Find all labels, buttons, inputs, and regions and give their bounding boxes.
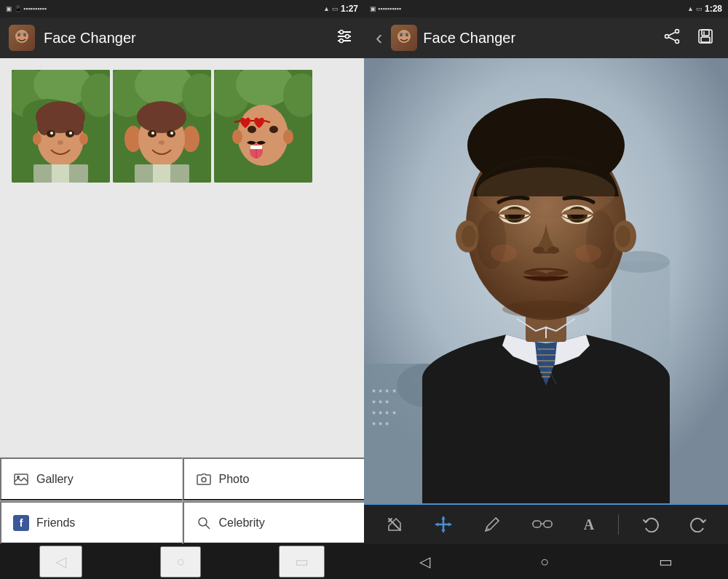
svg-point-9 (346, 34, 349, 38)
notification-icons: ▪▪▪▪▪▪▪▪▪▪ (23, 5, 47, 12)
left-panel: ▣ 📱 ▪▪▪▪▪▪▪▪▪▪ ▲ ▭ 1:27 Face Cha (0, 0, 364, 579)
svg-line-117 (496, 518, 499, 521)
sticker-icon (386, 516, 403, 533)
face-changer-logo-right (394, 28, 414, 48)
save-icon (697, 28, 713, 44)
glasses-tool[interactable] (525, 514, 560, 535)
svg-text:★ ★ ★: ★ ★ ★ (371, 399, 389, 405)
status-bar-left: ▣ 📱 ▪▪▪▪▪▪▪▪▪▪ ▲ ▭ 1:27 (0, 0, 364, 17)
notification-icons-right: ▪▪▪▪▪▪▪▪▪▪ (378, 5, 401, 12)
photo-button[interactable]: Photo (183, 458, 365, 500)
celebrity-label: Celebrity (219, 516, 265, 530)
main-photo-area: ★ ★ ★ ★ ★ ★ ★ ★ ★ ★ ★ ★ ★ ★ (364, 58, 728, 503)
svg-point-41 (159, 140, 165, 145)
gallery-label: Gallery (36, 473, 74, 486)
status-right-right: ▲ ▭ 1:28 (687, 4, 722, 14)
editor-toolbar: A (364, 503, 728, 544)
undo-icon (643, 516, 659, 532)
app-icon-right (391, 25, 417, 51)
wifi-icon-right: ▲ (687, 5, 694, 12)
photo-grid (0, 58, 364, 457)
svg-line-73 (668, 37, 676, 41)
battery-icon-right: ▭ (696, 5, 703, 12)
glasses-icon (532, 518, 553, 531)
back-button[interactable]: ‹ (373, 23, 385, 52)
face-changer-logo (12, 28, 32, 48)
recents-nav-right[interactable]: ▭ (644, 547, 687, 576)
friends-button[interactable]: f Friends (0, 501, 183, 544)
time-right: 1:28 (705, 4, 722, 14)
battery-icon-left: ▭ (332, 5, 339, 12)
facebook-icon: f (13, 515, 29, 531)
photo-label: Photo (219, 473, 250, 486)
draw-tool[interactable] (476, 511, 508, 538)
redo-icon (690, 516, 706, 532)
action-row-2: f Friends Celebrity (0, 501, 364, 545)
svg-point-71 (665, 34, 669, 38)
back-nav-left[interactable]: ◁ (39, 546, 82, 578)
svg-point-23 (69, 132, 72, 135)
time-left: 1:27 (341, 4, 358, 14)
app-icon-left (9, 25, 35, 51)
back-nav-right[interactable]: ◁ (405, 547, 445, 576)
pencil-icon (483, 516, 501, 533)
status-bar-right: ▣ ▪▪▪▪▪▪▪▪▪▪ ▲ ▭ 1:28 (364, 0, 728, 17)
svg-point-36 (137, 101, 186, 133)
toolbar-divider (618, 514, 619, 535)
svg-point-26 (79, 133, 88, 145)
status-right-left: ▲ ▭ 1:27 (323, 4, 358, 14)
svg-point-101 (616, 225, 630, 247)
svg-point-112 (502, 300, 590, 318)
photo-thumb-2[interactable] (113, 70, 211, 183)
move-icon (435, 516, 452, 533)
svg-point-62 (199, 518, 207, 526)
svg-point-52 (269, 126, 278, 133)
svg-rect-58 (250, 145, 262, 149)
move-tool[interactable] (427, 511, 459, 538)
app-icon-inner (9, 25, 35, 51)
text-tool[interactable]: A (577, 512, 601, 538)
phone-icon: 📱 (14, 5, 22, 12)
share-icon (664, 28, 680, 44)
settings-icon[interactable] (333, 25, 355, 51)
svg-text:★ ★ ★: ★ ★ ★ (371, 420, 389, 427)
svg-point-99 (462, 225, 476, 247)
gallery-button[interactable]: Gallery (0, 458, 183, 500)
svg-point-50 (283, 129, 293, 144)
search-icon (196, 515, 212, 531)
undo-button[interactable] (636, 512, 666, 537)
app-bar-right: ‹ Face Changer (364, 17, 728, 58)
right-panel: ▣ ▪▪▪▪▪▪▪▪▪▪ ▲ ▭ 1:28 ‹ Face Change (364, 0, 728, 579)
photo-thumb-3[interactable] (214, 70, 312, 183)
bottom-actions: Gallery Photo f Friends (0, 457, 364, 544)
text-icon: A (584, 516, 594, 533)
svg-rect-28 (52, 164, 69, 183)
svg-line-72 (668, 32, 676, 36)
recents-nav-left[interactable]: ▭ (279, 546, 325, 578)
sticker-tool[interactable] (379, 511, 411, 538)
photo-thumb-1[interactable] (12, 70, 110, 183)
svg-rect-119 (544, 521, 552, 527)
svg-rect-76 (701, 37, 710, 42)
save-button[interactable] (692, 25, 719, 51)
action-row-1: Gallery Photo (0, 458, 364, 501)
redo-button[interactable] (683, 512, 713, 537)
svg-point-115 (491, 244, 517, 262)
svg-text:★ ★ ★ ★: ★ ★ ★ ★ (371, 388, 397, 394)
svg-rect-118 (533, 521, 541, 527)
svg-point-10 (340, 39, 344, 42)
svg-point-116 (575, 244, 601, 262)
app-bar-left: Face Changer (0, 17, 364, 58)
svg-point-49 (232, 129, 242, 144)
svg-point-22 (50, 132, 53, 135)
nav-bar-left: ◁ ○ ▭ (0, 544, 364, 579)
svg-point-61 (202, 477, 206, 482)
svg-line-63 (205, 524, 210, 529)
portrait-image: ★ ★ ★ ★ ★ ★ ★ ★ ★ ★ ★ ★ ★ ★ (364, 58, 728, 503)
camera-icon (196, 471, 212, 487)
celebrity-button[interactable]: Celebrity (183, 501, 365, 544)
home-nav-left[interactable]: ○ (160, 546, 201, 578)
status-icons-left: ▣ 📱 ▪▪▪▪▪▪▪▪▪▪ (6, 5, 47, 12)
share-button[interactable] (658, 25, 686, 51)
home-nav-right[interactable]: ○ (526, 548, 563, 576)
